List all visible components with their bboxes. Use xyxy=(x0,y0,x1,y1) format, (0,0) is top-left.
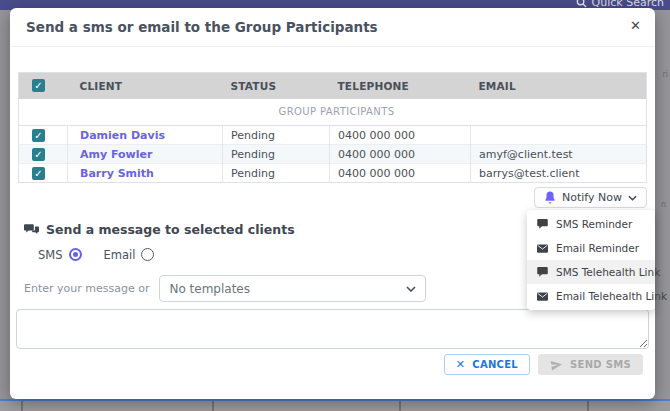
notify-now-label: Notify Now xyxy=(562,191,622,204)
radio-sms[interactable] xyxy=(69,248,82,261)
select-all-checkbox[interactable]: ✓ xyxy=(32,79,45,92)
modal-header: Send a sms or email to the Group Partici… xyxy=(10,8,655,47)
templates-select[interactable]: No templates xyxy=(159,275,426,302)
telephone-cell: 0400 000 000 xyxy=(330,145,471,164)
email-icon xyxy=(537,292,548,301)
menu-item-sms-telehealth-link[interactable]: SMS Telehealth Link xyxy=(527,260,655,284)
status-cell: Pending xyxy=(223,126,330,145)
radio-option-sms[interactable]: SMS xyxy=(38,248,82,262)
send-sms-button[interactable]: SEND SMS xyxy=(538,354,643,375)
message-textarea[interactable] xyxy=(16,309,649,349)
table-row: ✓ Barry Smith Pending 0400 000 000 barry… xyxy=(19,164,647,183)
background-text-fragment: n xyxy=(661,200,666,209)
close-icon[interactable]: ✕ xyxy=(630,18,641,33)
menu-item-sms-reminder[interactable]: SMS Reminder xyxy=(527,212,655,236)
table-header-row: ✓ CLIENT STATUS TELEPHONE EMAIL xyxy=(19,73,647,99)
bell-icon xyxy=(544,191,556,204)
status-cell: Pending xyxy=(223,145,330,164)
notify-dropdown-menu: SMS Reminder Email Reminder SMS Teleheal… xyxy=(527,210,655,310)
client-link[interactable]: Amy Fowler xyxy=(68,145,223,164)
column-header-email[interactable]: EMAIL xyxy=(471,73,647,99)
table-caption: GROUP PARTICIPANTS xyxy=(19,99,647,126)
status-cell: Pending xyxy=(223,164,330,183)
radio-email-label: Email xyxy=(104,248,136,262)
cancel-button[interactable]: ✕ CANCEL xyxy=(444,354,530,375)
notify-now-button[interactable]: Notify Now xyxy=(534,187,647,208)
telephone-cell: 0400 000 000 xyxy=(330,164,471,183)
email-cell: barrys@test.client xyxy=(471,164,647,183)
send-sms-email-modal: Send a sms or email to the Group Partici… xyxy=(10,8,655,399)
sms-icon xyxy=(537,267,548,277)
client-link[interactable]: Barry Smith xyxy=(68,164,223,183)
message-template-label: Enter your message or xyxy=(24,282,149,295)
background-table-strip xyxy=(0,399,670,411)
menu-item-email-reminder[interactable]: Email Reminder xyxy=(527,236,655,260)
row-checkbox[interactable]: ✓ xyxy=(32,129,45,142)
email-icon xyxy=(537,244,548,253)
chat-bubbles-icon xyxy=(24,224,39,236)
background-text-fragment: ri xyxy=(662,70,668,79)
chevron-down-icon xyxy=(628,195,637,201)
radio-option-email[interactable]: Email xyxy=(104,248,155,262)
modal-title: Send a sms or email to the Group Partici… xyxy=(26,19,378,35)
email-cell: amyf@client.test xyxy=(471,145,647,164)
sms-icon xyxy=(537,219,548,229)
cancel-x-icon: ✕ xyxy=(456,358,466,371)
column-header-telephone[interactable]: TELEPHONE xyxy=(330,73,471,99)
table-row: ✓ Damien Davis Pending 0400 000 000 xyxy=(19,126,647,145)
row-checkbox[interactable]: ✓ xyxy=(32,148,45,161)
paper-plane-icon xyxy=(550,359,563,371)
email-cell xyxy=(471,126,647,145)
templates-select-value: No templates xyxy=(169,282,250,296)
menu-item-email-telehealth-link[interactable]: Email Telehealth Link xyxy=(527,284,655,308)
chevron-down-icon xyxy=(406,286,416,292)
client-link[interactable]: Damien Davis xyxy=(68,126,223,145)
row-checkbox[interactable]: ✓ xyxy=(32,167,45,180)
column-header-client[interactable]: CLIENT xyxy=(68,73,223,99)
telephone-cell: 0400 000 000 xyxy=(330,126,471,145)
radio-email[interactable] xyxy=(141,248,154,261)
participants-table: GROUP PARTICIPANTS ✓ CLIENT STATUS TELEP… xyxy=(18,72,647,183)
table-row: ✓ Amy Fowler Pending 0400 000 000 amyf@c… xyxy=(19,145,647,164)
radio-sms-label: SMS xyxy=(38,248,63,262)
search-icon xyxy=(576,0,587,8)
column-header-status[interactable]: STATUS xyxy=(223,73,330,99)
